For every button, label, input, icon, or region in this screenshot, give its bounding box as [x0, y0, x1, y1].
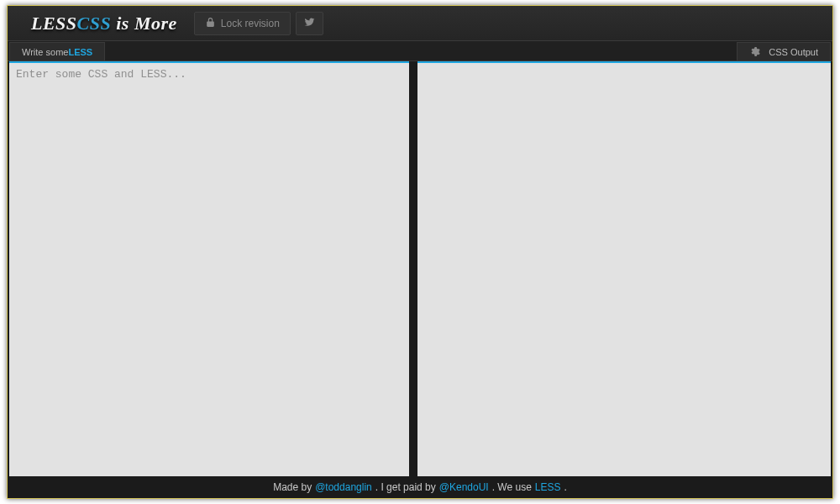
- tab-write-less-prefix: Write some: [22, 47, 68, 57]
- less-editor[interactable]: [9, 63, 409, 476]
- footer-link-less[interactable]: LESS: [535, 481, 561, 493]
- tab-css-output-label: CSS Output: [769, 47, 818, 57]
- logo-text-css: CSS: [77, 13, 112, 34]
- panes: [8, 61, 832, 476]
- footer-link-kendo[interactable]: @KendoUI: [439, 481, 489, 493]
- footer-text-2: . I get paid by: [375, 481, 436, 493]
- tab-css-output[interactable]: CSS Output: [737, 42, 831, 60]
- app-logo: LESSCSS is More: [9, 13, 189, 34]
- header-bar: LESSCSS is More Lock revision: [8, 6, 832, 41]
- footer-text-3: . We use: [492, 481, 532, 493]
- tab-write-less-accent: LESS: [68, 47, 92, 57]
- footer-text-1: Made by: [273, 481, 312, 493]
- logo-text-suffix: is More: [111, 13, 177, 34]
- lock-revision-button[interactable]: Lock revision: [194, 12, 291, 35]
- footer-text-4: .: [564, 481, 567, 493]
- app-frame: LESSCSS is More Lock revision Write some…: [7, 5, 833, 499]
- tab-write-less[interactable]: Write some LESS: [9, 42, 105, 60]
- twitter-icon: [304, 17, 315, 30]
- twitter-button[interactable]: [296, 12, 323, 35]
- output-pane: [417, 61, 831, 476]
- lock-icon: [205, 17, 216, 30]
- editor-pane: [9, 61, 409, 476]
- tab-row: Write some LESS CSS Output: [8, 41, 832, 61]
- logo-text-less: LESS: [31, 13, 77, 34]
- lock-revision-label: Lock revision: [221, 18, 280, 29]
- footer: Made by @toddanglin . I get paid by @Ken…: [8, 476, 832, 498]
- settings-icon[interactable]: [749, 46, 760, 57]
- footer-link-author[interactable]: @toddanglin: [315, 481, 372, 493]
